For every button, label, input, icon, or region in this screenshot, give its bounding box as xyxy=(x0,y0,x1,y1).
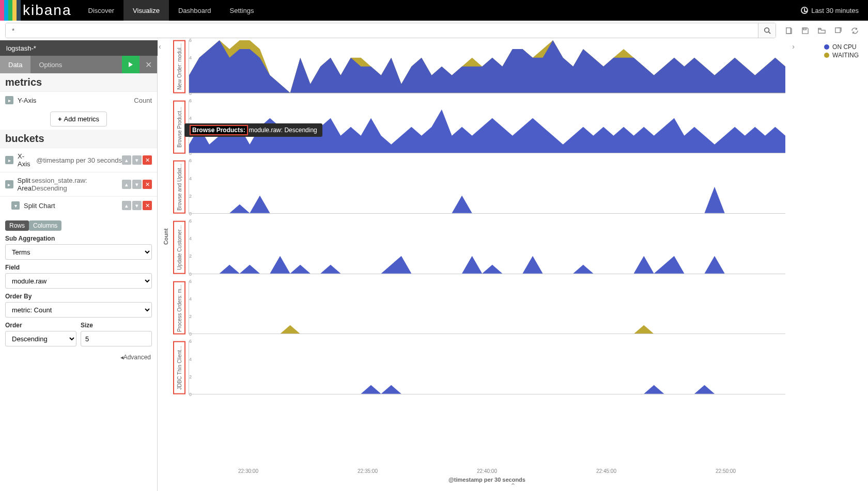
work-area: logstash-* DataOptions ✕ metrics ▸ Y-Axi… xyxy=(0,40,868,491)
query-box xyxy=(5,23,776,38)
panel-label: Browse Product... xyxy=(173,101,185,154)
discard-button[interactable]: ✕ xyxy=(140,56,157,73)
nav-visualize[interactable]: Visualize xyxy=(123,0,169,21)
svg-rect-4 xyxy=(835,27,840,32)
orderby-select[interactable]: metric: Count xyxy=(5,302,152,318)
query-row xyxy=(0,21,868,40)
time-range-label: Last 30 minutes xyxy=(811,7,859,14)
remove-button[interactable]: ✕ xyxy=(143,155,152,165)
refresh-icon[interactable] xyxy=(846,23,863,38)
chart-panel: Browse and Updat...0246 xyxy=(173,161,785,221)
legend-label: ON CPU xyxy=(832,43,857,51)
order-select[interactable]: Descending xyxy=(5,331,76,346)
move-down-button[interactable]: ▾ xyxy=(132,155,142,165)
nav-discover[interactable]: Discover xyxy=(79,0,124,21)
move-up-button[interactable]: ▴ xyxy=(122,155,131,165)
open-icon[interactable] xyxy=(813,23,830,38)
svg-rect-2 xyxy=(786,27,790,33)
chart-tooltip: Browse Products:module.raw: Descending xyxy=(184,123,322,137)
size-input[interactable] xyxy=(81,331,152,346)
toolbar-icons xyxy=(780,23,863,38)
chart-panel: New Order: modul...0246 xyxy=(173,40,785,101)
chart-panel: Process Orders: m...0246 xyxy=(173,281,785,342)
prev-page-icon[interactable]: ‹ xyxy=(159,42,161,51)
metric-row-yaxis[interactable]: ▸ Y-Axis Count xyxy=(0,91,157,108)
size-label: Size xyxy=(81,322,152,329)
chevron-right-icon: ▸ xyxy=(5,96,13,104)
plot-area[interactable] xyxy=(189,341,785,394)
split-chart-form: RowsColumns Sub Aggregation Terms Field … xyxy=(0,214,157,351)
share-icon[interactable] xyxy=(830,23,846,38)
plot-area[interactable] xyxy=(189,161,785,214)
next-page-icon[interactable]: › xyxy=(792,42,795,51)
move-up-button[interactable]: ▴ xyxy=(122,180,131,189)
chevron-icon: ▾ xyxy=(11,201,20,210)
visualization: ‹ › ON CPUWAITING Count New Order: modul… xyxy=(158,40,868,491)
sidebar-tab-data[interactable]: Data xyxy=(0,56,30,73)
apply-button[interactable] xyxy=(122,56,140,73)
remove-button[interactable]: ✕ xyxy=(143,201,152,210)
x-axis-label: @timestamp per 30 seconds xyxy=(189,477,785,483)
main-nav: DiscoverVisualizeDashboardSettings xyxy=(79,0,264,21)
chart-column: Count New Order: modul...0246Browse Prod… xyxy=(173,40,785,465)
sidebar-tab-options[interactable]: Options xyxy=(30,56,70,73)
y-axis-label: Count xyxy=(163,228,169,245)
svg-point-0 xyxy=(764,28,769,33)
panel-label: New Order: modul... xyxy=(173,40,185,93)
bucket-row[interactable]: ▸X-Axis@timestamp per 30 seconds▴▾✕ xyxy=(0,148,157,172)
rows-columns-toggle[interactable]: RowsColumns xyxy=(5,220,61,231)
sub-aggregation-label: Sub Aggregation xyxy=(5,235,152,242)
top-bar: kibana DiscoverVisualizeDashboardSetting… xyxy=(0,0,868,21)
sidebar-tabs: DataOptions ✕ xyxy=(0,56,157,73)
metric-value: Count xyxy=(134,97,152,104)
move-down-button[interactable]: ▾ xyxy=(132,180,142,189)
legend-item[interactable]: ON CPU xyxy=(824,43,859,51)
advanced-toggle[interactable]: Advanced xyxy=(0,351,157,364)
plot-area[interactable] xyxy=(189,281,785,335)
brand-name: kibana xyxy=(23,2,72,19)
save-icon[interactable] xyxy=(797,23,813,38)
nav-settings[interactable]: Settings xyxy=(221,0,264,21)
sub-aggregation-select[interactable]: Terms xyxy=(5,244,152,260)
bucket-row[interactable]: ▾Split Chart▴▾✕ xyxy=(0,196,157,214)
field-label: Field xyxy=(5,264,152,271)
search-button[interactable] xyxy=(758,23,776,38)
add-metrics-button[interactable]: Add metrics xyxy=(50,112,107,126)
legend-label: WAITING xyxy=(832,52,859,59)
search-icon xyxy=(764,27,771,34)
brand-stripes xyxy=(0,0,21,21)
svg-rect-3 xyxy=(803,28,806,29)
plot-area[interactable] xyxy=(189,40,785,93)
panel-label: Process Orders: m... xyxy=(173,281,185,335)
chart-panel: JDBC Thin Client...0246 xyxy=(173,341,785,402)
legend-swatch xyxy=(824,44,829,50)
time-picker[interactable]: Last 30 minutes xyxy=(792,0,868,21)
x-tick: 22:50:00 xyxy=(716,468,736,474)
metric-label: Y-Axis xyxy=(18,97,134,104)
sidebar-body: metrics ▸ Y-Axis Count Add metrics bucke… xyxy=(0,73,157,491)
move-up-button[interactable]: ▴ xyxy=(122,201,131,210)
panel-label: Update Customer... xyxy=(173,221,185,274)
add-metrics-label: Add metrics xyxy=(64,115,99,123)
columns-pill[interactable]: Columns xyxy=(29,220,61,231)
nav-dashboard[interactable]: Dashboard xyxy=(169,0,221,21)
new-icon[interactable] xyxy=(780,23,797,38)
legend-swatch xyxy=(824,53,829,58)
panel-label: Browse and Updat... xyxy=(173,161,185,214)
bucket-value: session_state.raw: Descending xyxy=(32,177,122,192)
index-pattern-title[interactable]: logstash-* xyxy=(0,40,158,56)
tooltip-label: Browse Products: xyxy=(190,125,248,135)
bucket-row[interactable]: ▸Split Areasession_state.raw: Descending… xyxy=(0,172,157,196)
x-tick: 22:35:00 xyxy=(358,468,378,474)
legend-item[interactable]: WAITING xyxy=(824,52,859,59)
remove-button[interactable]: ✕ xyxy=(143,180,152,189)
expand-caret-icon[interactable]: ⌃ xyxy=(510,482,516,490)
brand: kibana xyxy=(0,0,79,21)
bucket-value: @timestamp per 30 seconds xyxy=(36,156,122,164)
query-input[interactable] xyxy=(6,23,758,38)
field-select[interactable]: module.raw xyxy=(5,273,152,289)
move-down-button[interactable]: ▾ xyxy=(132,201,142,210)
x-axis: 22:30:0022:35:0022:40:0022:45:0022:50:00… xyxy=(189,468,785,481)
plot-area[interactable] xyxy=(189,221,785,274)
rows-pill[interactable]: Rows xyxy=(5,220,29,231)
